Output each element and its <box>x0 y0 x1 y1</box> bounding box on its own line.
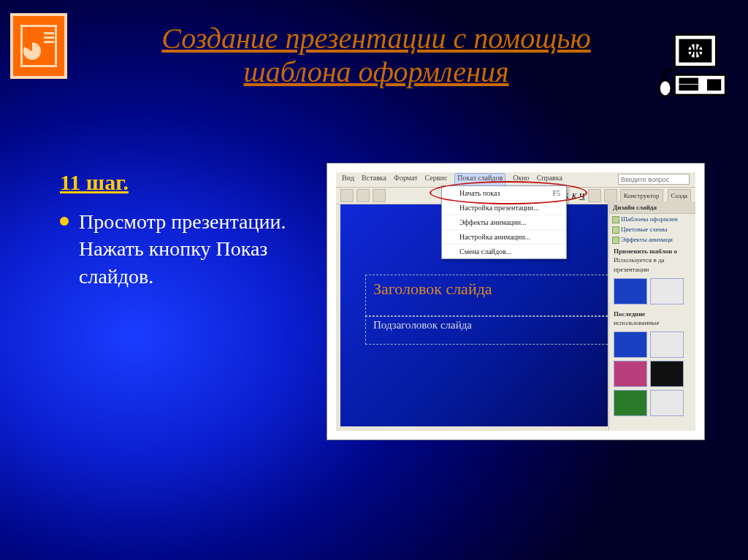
embedded-screenshot: Вид Вставка Формат Сервис Показ слайдов … <box>327 164 704 440</box>
task-pane: Дизайн слайда Шаблоны оформлен Цветовые … <box>608 202 695 431</box>
svg-rect-7 <box>680 85 698 90</box>
toolbar-button[interactable] <box>604 189 617 202</box>
toolbar-button[interactable] <box>356 189 370 202</box>
subtitle-placeholder-text: Подзаголовок слайда <box>373 319 472 331</box>
slide-title: Создание презентации с помощью шаблона о… <box>95 22 657 89</box>
template-thumb[interactable] <box>614 361 647 387</box>
menu-format[interactable]: Формат <box>394 174 418 187</box>
tp-used-label-2: презентации <box>609 266 695 275</box>
toolbar-button[interactable] <box>588 189 601 202</box>
powerpoint-icon <box>10 13 67 79</box>
tp-used-label-1: Используется в да <box>609 256 695 266</box>
task-pane-header: Дизайн слайда <box>609 202 695 214</box>
menu-item-label: Настройка анимации... <box>459 233 530 241</box>
create-slide-button[interactable]: Созда <box>668 189 691 202</box>
step-heading: 11 шаг. <box>60 168 323 198</box>
tp-used-thumbs <box>609 275 695 307</box>
svg-rect-6 <box>680 79 698 83</box>
designer-button-label: Конструктор <box>624 192 660 199</box>
template-thumb[interactable] <box>614 278 647 304</box>
bullet-item: Просмотр презентации. Нажать кнопку Пока… <box>60 208 323 291</box>
tp-apply-label: Применить шаблон о <box>609 245 695 256</box>
menu-item-custom-animation[interactable]: Настройка анимации... <box>442 229 566 244</box>
template-thumb[interactable] <box>650 278 684 304</box>
menu-item-slide-transition[interactable]: Смена слайдов... <box>442 244 566 258</box>
title-line-2: шаблона оформления <box>243 55 508 88</box>
title-placeholder-text: Заголовок слайда <box>373 280 492 298</box>
slide: Создание презентации с помощью шаблона о… <box>0 0 748 560</box>
highlight-oval <box>430 181 587 204</box>
menu-item-label: Настройка презентации... <box>459 204 539 212</box>
subtitle-placeholder[interactable]: Подзаголовок слайда <box>365 315 622 345</box>
bullet-dot-icon <box>60 217 69 226</box>
menu-item-label: Смена слайдов... <box>459 248 511 256</box>
create-slide-button-label: Созда <box>671 192 687 199</box>
template-thumb[interactable] <box>614 390 647 416</box>
template-thumb[interactable] <box>650 331 684 358</box>
template-thumb[interactable] <box>650 390 684 416</box>
title-placeholder[interactable]: Заголовок слайда <box>365 275 622 317</box>
bullet-text: Просмотр презентации. Нажать кнопку Пока… <box>79 208 323 291</box>
menu-insert[interactable]: Вставка <box>362 174 386 187</box>
computer-clipart-icon <box>654 31 735 111</box>
help-question-input[interactable] <box>618 174 690 185</box>
tp-link-colorschemes[interactable]: Цветовые схемы <box>609 224 695 234</box>
svg-point-9 <box>659 80 671 96</box>
tp-recent-thumbs <box>609 329 695 419</box>
svg-rect-8 <box>708 80 720 90</box>
template-thumb[interactable] <box>650 361 684 387</box>
body-text: 11 шаг. Просмотр презентации. Нажать кно… <box>60 168 323 291</box>
toolbar-button[interactable] <box>373 189 386 202</box>
tp-recent-label-1: Последние <box>609 307 695 319</box>
menu-view[interactable]: Вид <box>342 174 354 187</box>
title-line-1: Создание презентации с помощью <box>161 22 591 55</box>
template-thumb[interactable] <box>614 331 647 358</box>
tp-recent-label-2: использованные <box>609 319 695 329</box>
tp-link-templates[interactable]: Шаблоны оформлен <box>609 214 695 224</box>
menu-item-label: Эффекты анимации... <box>459 218 527 226</box>
designer-button[interactable]: Конструктор <box>620 189 663 202</box>
toolbar-button[interactable] <box>340 189 354 202</box>
tp-link-animation[interactable]: Эффекты анимаци <box>609 234 695 245</box>
menu-item-animation-effects[interactable]: Эффекты анимации... <box>442 215 566 229</box>
